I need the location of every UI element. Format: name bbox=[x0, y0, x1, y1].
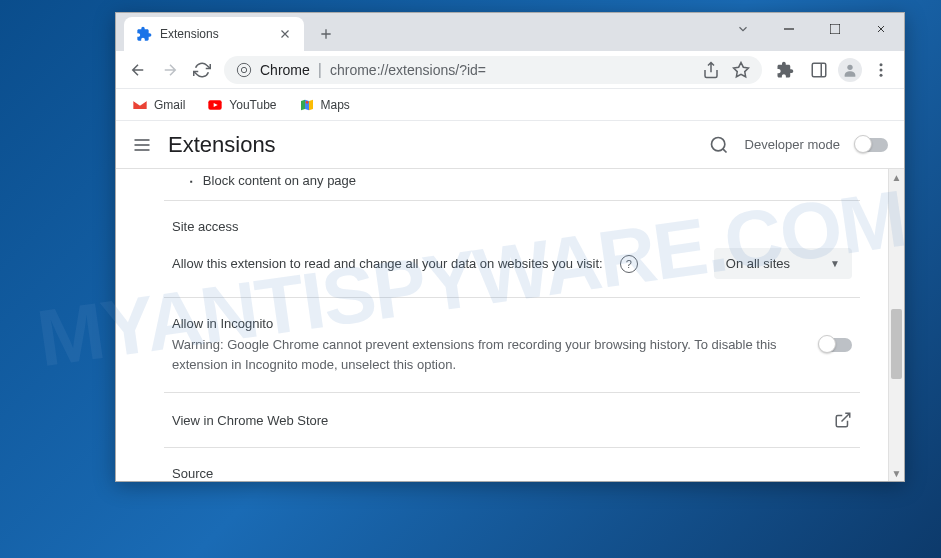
arrow-right-icon bbox=[161, 61, 179, 79]
youtube-icon bbox=[207, 97, 223, 113]
incognito-warning: Warning: Google Chrome cannot prevent ex… bbox=[172, 335, 792, 374]
reload-button[interactable] bbox=[188, 56, 216, 84]
svg-rect-0 bbox=[830, 24, 840, 34]
maps-icon bbox=[299, 97, 315, 113]
bookmark-label: Maps bbox=[321, 98, 350, 112]
permission-item: Block content on any page bbox=[172, 169, 852, 200]
toggle-knob bbox=[818, 335, 836, 353]
forward-button[interactable] bbox=[156, 56, 184, 84]
bookmark-youtube[interactable]: YouTube bbox=[207, 97, 276, 113]
browser-window: Extensions bbox=[115, 12, 905, 482]
svg-point-10 bbox=[305, 101, 308, 104]
chrome-logo-icon bbox=[236, 62, 252, 78]
bookmark-maps[interactable]: Maps bbox=[299, 97, 350, 113]
scroll-up-icon[interactable]: ▲ bbox=[889, 169, 904, 185]
bookmarks-bar: Gmail YouTube Maps bbox=[116, 89, 904, 121]
close-icon bbox=[875, 23, 887, 35]
bookmark-gmail[interactable]: Gmail bbox=[132, 97, 185, 113]
close-icon[interactable] bbox=[278, 27, 292, 41]
site-access-section: Site access Allow this extension to read… bbox=[172, 201, 852, 297]
window-controls bbox=[720, 13, 904, 45]
chevron-down-icon bbox=[736, 22, 750, 36]
share-icon[interactable] bbox=[702, 61, 720, 79]
content-area: Block content on any page Site access Al… bbox=[116, 169, 904, 481]
svg-point-1 bbox=[237, 63, 250, 76]
dropdown-value: On all sites bbox=[726, 256, 790, 271]
url-path: chrome://extensions/?id= bbox=[330, 62, 486, 78]
url-separator: | bbox=[318, 61, 322, 79]
svg-point-14 bbox=[711, 137, 724, 150]
reload-icon bbox=[193, 61, 211, 79]
extensions-icon[interactable] bbox=[776, 61, 794, 79]
minimize-button[interactable] bbox=[766, 13, 812, 45]
svg-point-6 bbox=[880, 63, 883, 66]
profile-button[interactable] bbox=[838, 58, 862, 82]
content-scroll: Block content on any page Site access Al… bbox=[116, 169, 888, 481]
chevron-down-icon: ▼ bbox=[830, 258, 840, 269]
section-title: Site access bbox=[172, 219, 852, 234]
tab-search-button[interactable] bbox=[720, 13, 766, 45]
scrollbar-thumb[interactable] bbox=[891, 309, 902, 379]
titlebar: Extensions bbox=[116, 13, 904, 51]
incognito-title: Allow in Incognito bbox=[172, 316, 792, 331]
svg-line-15 bbox=[722, 148, 726, 152]
extension-icon bbox=[136, 26, 152, 42]
search-icon[interactable] bbox=[709, 135, 729, 155]
dev-mode-label: Developer mode bbox=[745, 137, 840, 152]
external-link-icon bbox=[834, 411, 852, 429]
source-section: Source bbox=[172, 448, 852, 481]
svg-point-5 bbox=[847, 64, 852, 69]
plus-icon bbox=[318, 26, 334, 42]
header-actions: Developer mode bbox=[709, 135, 888, 155]
site-access-dropdown[interactable]: On all sites ▼ bbox=[714, 248, 852, 279]
webstore-label: View in Chrome Web Store bbox=[172, 413, 826, 428]
svg-rect-3 bbox=[812, 63, 826, 77]
page-title: Extensions bbox=[168, 132, 276, 158]
person-icon bbox=[842, 62, 858, 78]
maximize-icon bbox=[830, 24, 840, 34]
addressbar-actions bbox=[702, 61, 750, 79]
tab-title: Extensions bbox=[160, 27, 219, 41]
dev-mode-toggle[interactable] bbox=[856, 138, 888, 152]
star-icon[interactable] bbox=[732, 61, 750, 79]
webstore-section[interactable]: View in Chrome Web Store bbox=[172, 393, 852, 447]
incognito-row: Allow in Incognito Warning: Google Chrom… bbox=[172, 316, 852, 374]
close-window-button[interactable] bbox=[858, 13, 904, 45]
help-icon[interactable]: ? bbox=[620, 255, 638, 273]
svg-point-7 bbox=[880, 68, 883, 71]
toolbar: Chrome | chrome://extensions/?id= bbox=[116, 51, 904, 89]
toggle-knob bbox=[854, 135, 872, 153]
extensions-header: Extensions Developer mode bbox=[116, 121, 904, 169]
site-access-description: Allow this extension to read and change … bbox=[172, 256, 612, 271]
bookmark-label: Gmail bbox=[154, 98, 185, 112]
url-scheme: Chrome bbox=[260, 62, 310, 78]
incognito-section: Allow in Incognito Warning: Google Chrom… bbox=[172, 298, 852, 392]
svg-point-2 bbox=[241, 67, 246, 72]
incognito-toggle[interactable] bbox=[820, 338, 852, 352]
scrollbar[interactable]: ▲ ▼ bbox=[888, 169, 904, 481]
scroll-down-icon[interactable]: ▼ bbox=[889, 465, 904, 481]
side-panel-icon[interactable] bbox=[810, 61, 828, 79]
minimize-icon bbox=[784, 24, 794, 34]
hamburger-icon[interactable] bbox=[132, 135, 152, 155]
address-bar[interactable]: Chrome | chrome://extensions/?id= bbox=[224, 56, 762, 84]
bookmark-label: YouTube bbox=[229, 98, 276, 112]
arrow-left-icon bbox=[129, 61, 147, 79]
menu-icon[interactable] bbox=[872, 61, 890, 79]
new-tab-button[interactable] bbox=[312, 20, 340, 48]
gmail-icon bbox=[132, 97, 148, 113]
maximize-button[interactable] bbox=[812, 13, 858, 45]
site-access-row: Allow this extension to read and change … bbox=[172, 248, 852, 279]
browser-tab[interactable]: Extensions bbox=[124, 17, 304, 51]
source-title: Source bbox=[172, 466, 852, 481]
back-button[interactable] bbox=[124, 56, 152, 84]
svg-point-8 bbox=[880, 73, 883, 76]
